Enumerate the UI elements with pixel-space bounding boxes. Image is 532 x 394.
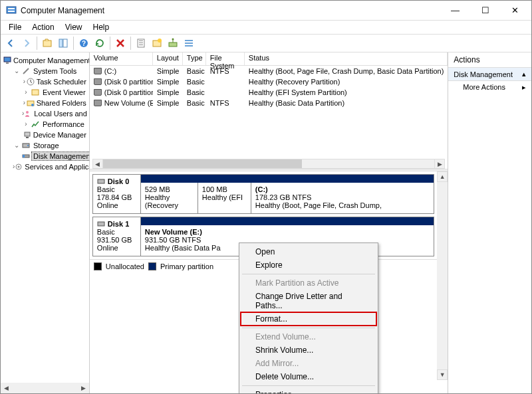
scroll-left-icon[interactable]: ◀ [1, 383, 11, 393]
legend-primary-label: Primary partition [160, 262, 213, 270]
tree-shared-folders[interactable]: ›Shared Folders [22, 98, 86, 108]
expand-icon[interactable]: › [22, 121, 30, 128]
window-title: Computer Management [21, 6, 440, 15]
scroll-left-icon[interactable]: ◀ [92, 159, 103, 169]
forward-icon[interactable] [19, 36, 34, 50]
volume-row[interactable]: (Disk 0 partition 1)SimpleBasicHealthy (… [90, 76, 448, 87]
refresh-icon[interactable] [92, 36, 107, 50]
tree-root-computer-management[interactable]: Computer Management (Local [3, 55, 86, 66]
tree-device-manager[interactable]: Device Manager [22, 130, 86, 140]
show-hide-tree-icon[interactable] [56, 36, 70, 50]
volume-rows: (C:)SimpleBasicNTFSHealthy (Boot, Page F… [90, 66, 448, 108]
menu-file[interactable]: File [3, 21, 27, 33]
col-type[interactable]: Type [183, 52, 206, 65]
menu-separator [242, 385, 375, 386]
context-menu-item-explore[interactable]: Explore [241, 258, 376, 272]
scroll-right-icon[interactable]: ▶ [78, 383, 89, 393]
svg-rect-27 [26, 137, 29, 138]
context-menu-item-shrink-volume[interactable]: Shrink Volume... [241, 344, 376, 357]
svg-rect-20 [6, 62, 9, 64]
navigation-tree: Computer Management (Local ⌄ System Tool… [1, 52, 90, 393]
tree-local-users[interactable]: ›Local Users and Groups [22, 108, 86, 119]
up-icon[interactable] [40, 36, 55, 50]
actions-more-actions[interactable]: More Actions ▸ [448, 81, 531, 94]
tree-event-viewer[interactable]: ›Event Viewer [22, 87, 86, 98]
menu-view[interactable]: View [60, 21, 88, 33]
tree-disk-management[interactable]: Disk Management [22, 151, 86, 161]
tree-item-label: Performance [43, 120, 84, 128]
menu-help[interactable]: Help [88, 21, 115, 33]
disk-info[interactable]: Disk 0Basic178.84 GBOnline [93, 175, 141, 213]
tree-item-label: Task Scheduler [37, 78, 86, 86]
volume-list-scrollbar[interactable]: ◀ ▶ [92, 159, 445, 169]
volume-row[interactable]: (C:)SimpleBasicNTFSHealthy (Boot, Page F… [90, 66, 448, 76]
new-icon[interactable] [150, 36, 164, 50]
partition-strip [141, 175, 434, 183]
volume-list: Volume Layout Type File System Status (C… [90, 52, 448, 169]
scrollbar-track[interactable] [11, 383, 78, 393]
scrollbar-track[interactable] [437, 182, 448, 369]
context-menu-item-change-drive-letter-and-paths[interactable]: Change Drive Letter and Paths... [241, 290, 376, 312]
volume-row[interactable]: (Disk 0 partition 2)SimpleBasicHealthy (… [90, 87, 448, 98]
tree-services-apps[interactable]: › Services and Applications [13, 161, 86, 172]
list-icon[interactable] [182, 36, 196, 50]
tree-horizontal-scrollbar[interactable]: ◀ ▶ [1, 383, 89, 393]
expand-icon[interactable]: › [22, 78, 27, 85]
back-icon[interactable] [3, 36, 18, 50]
scroll-down-icon[interactable]: ▼ [437, 369, 448, 380]
properties-icon[interactable] [134, 36, 148, 50]
expand-icon[interactable]: › [22, 100, 27, 106]
partition-context-menu: OpenExploreMark Partition as ActiveChang… [239, 243, 378, 394]
legend-swatch-primary [148, 262, 156, 270]
help-icon[interactable]: ? [76, 36, 91, 50]
disk-icon [22, 151, 30, 161]
submenu-arrow-icon: ▸ [522, 83, 526, 92]
delete-icon[interactable] [113, 36, 128, 50]
tree-root-label: Computer Management (Local [13, 56, 90, 64]
tree-item-label: Device Manager [33, 131, 86, 139]
col-status[interactable]: Status [245, 52, 448, 65]
tree-system-tools[interactable]: ⌄ System Tools [13, 66, 86, 76]
svg-rect-10 [139, 43, 143, 43]
disk-pane-vertical-scrollbar[interactable]: ▲ ▼ [437, 171, 448, 380]
menu-separator [242, 328, 375, 328]
tree-storage[interactable]: ⌄ Storage [13, 140, 86, 151]
tree-item-label: Shared Folders [37, 99, 86, 107]
maximize-button[interactable]: ☐ [470, 1, 500, 20]
collapse-icon[interactable]: ⌄ [13, 142, 21, 149]
partition[interactable]: 100 MBHealthy (EFI [198, 183, 251, 213]
partition[interactable]: 529 MBHealthy (Recovery [141, 183, 198, 213]
svg-rect-31 [23, 155, 25, 157]
scrollbar-thumb[interactable] [103, 159, 302, 168]
col-layout[interactable]: Layout [153, 52, 183, 65]
context-menu-item-format[interactable]: Format... [241, 312, 376, 326]
svg-point-13 [158, 39, 162, 43]
expand-icon[interactable]: › [22, 89, 30, 96]
scroll-right-icon[interactable]: ▶ [434, 159, 445, 169]
volume-row[interactable]: New Volume (E:)SimpleBasicNTFSHealthy (B… [90, 98, 448, 108]
close-button[interactable]: ✕ [500, 1, 530, 20]
app-icon [6, 5, 17, 16]
svg-rect-1 [8, 8, 15, 9]
context-menu-item-open[interactable]: Open [241, 245, 376, 258]
svg-rect-19 [4, 57, 11, 62]
svg-rect-22 [32, 90, 39, 95]
partition[interactable]: (C:)178.23 GB NTFSHealthy (Boot, Page Fi… [251, 183, 434, 213]
collapse-icon[interactable]: ⌄ [13, 68, 21, 74]
disk-partitions: 529 MBHealthy (Recovery100 MBHealthy (EF… [141, 175, 434, 213]
settings-icon[interactable] [166, 36, 180, 50]
col-volume[interactable]: Volume [90, 52, 153, 65]
tree-item-label: Local Users and Groups [34, 110, 90, 118]
svg-point-15 [172, 39, 174, 41]
tree-performance[interactable]: ›Performance [22, 119, 86, 130]
minimize-button[interactable]: — [440, 1, 470, 20]
col-filesystem[interactable]: File System [206, 52, 245, 65]
context-menu-item-properties[interactable]: Properties [241, 388, 376, 394]
context-menu-item-delete-volume[interactable]: Delete Volume... [241, 370, 376, 383]
menu-action[interactable]: Action [27, 21, 59, 33]
actions-section-disk-management[interactable]: Disk Management ▴ [448, 68, 531, 81]
disk-info[interactable]: Disk 1Basic931.50 GBOnline [93, 217, 141, 256]
scroll-up-icon[interactable]: ▲ [437, 171, 448, 182]
scrollbar-track[interactable] [103, 159, 434, 169]
tree-task-scheduler[interactable]: ›Task Scheduler [22, 76, 86, 87]
